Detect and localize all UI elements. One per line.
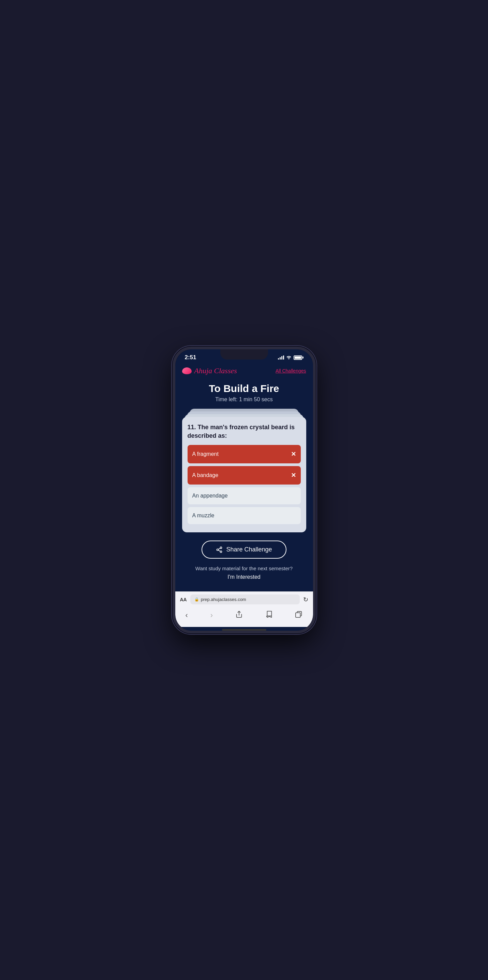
status-time: 2:51	[185, 354, 196, 361]
interested-button[interactable]: I'm Interested	[227, 574, 260, 580]
refresh-icon[interactable]: ↻	[303, 596, 308, 603]
main-content: To Build a Fire Time left: 1 min 50 secs…	[175, 379, 313, 592]
svg-line-4	[219, 548, 221, 549]
app-header: Ahuja Classes All Challenges	[175, 364, 313, 379]
signal-icon	[278, 355, 284, 360]
svg-line-3	[219, 550, 221, 551]
bookmarks-button[interactable]	[265, 611, 273, 620]
answer-option-3[interactable]: An appendage	[188, 487, 301, 504]
answer-text-2: A bandage	[192, 472, 219, 478]
browser-bar: AA 🔒 prep.ahujaclasses.com ↻	[175, 592, 313, 607]
share-button[interactable]	[235, 611, 243, 620]
card-stack: 11. The man's frozen crystal beard is de…	[182, 409, 306, 535]
study-section: Want study material for the next semeste…	[195, 565, 293, 584]
challenge-title: To Build a Fire	[209, 383, 279, 395]
logo-text: Ahuja Classes	[194, 366, 237, 375]
answer-text-4: A muzzle	[192, 512, 214, 519]
share-icon	[216, 546, 223, 553]
answer-option-2[interactable]: A bandage ✕	[188, 466, 301, 485]
wrong-icon-2: ✕	[291, 472, 296, 479]
wrong-icon-1: ✕	[291, 450, 296, 458]
time-left: Time left: 1 min 50 secs	[215, 396, 273, 402]
question-body: The man's frozen crystal beard is descri…	[188, 424, 295, 439]
phone-screen: 2:51	[175, 349, 313, 631]
lock-icon: 🔒	[194, 597, 199, 602]
all-challenges-link[interactable]: All Challenges	[276, 368, 306, 374]
answer-text-1: A fragment	[192, 451, 219, 457]
home-indicator	[222, 629, 266, 631]
phone-device: 2:51	[173, 347, 316, 633]
logo-cloud-icon	[182, 368, 192, 374]
question-text: 11. The man's frozen crystal beard is de…	[188, 423, 301, 440]
wifi-icon	[286, 355, 292, 360]
share-challenge-label: Share Challenge	[226, 546, 272, 553]
phone-notch	[220, 349, 268, 360]
browser-url-bar[interactable]: 🔒 prep.ahujaclasses.com	[190, 595, 300, 605]
battery-icon	[294, 355, 304, 360]
browser-aa[interactable]: AA	[180, 597, 187, 602]
answer-option-1[interactable]: A fragment ✕	[188, 445, 301, 463]
question-card: 11. The man's frozen crystal beard is de…	[182, 417, 306, 532]
study-text: Want study material for the next semeste…	[195, 565, 293, 571]
svg-rect-6	[296, 612, 300, 617]
answer-option-4[interactable]: A muzzle	[188, 507, 301, 524]
answer-text-3: An appendage	[192, 493, 228, 499]
browser-nav-bar: ‹ ›	[175, 607, 313, 627]
back-button[interactable]: ‹	[185, 611, 188, 620]
tabs-button[interactable]	[295, 611, 303, 620]
logo-area: Ahuja Classes	[182, 366, 237, 375]
status-icons	[278, 355, 304, 360]
forward-button[interactable]: ›	[211, 611, 213, 620]
share-challenge-button[interactable]: Share Challenge	[201, 541, 286, 558]
url-text: prep.ahujaclasses.com	[201, 597, 246, 602]
question-number: 11.	[188, 424, 196, 431]
